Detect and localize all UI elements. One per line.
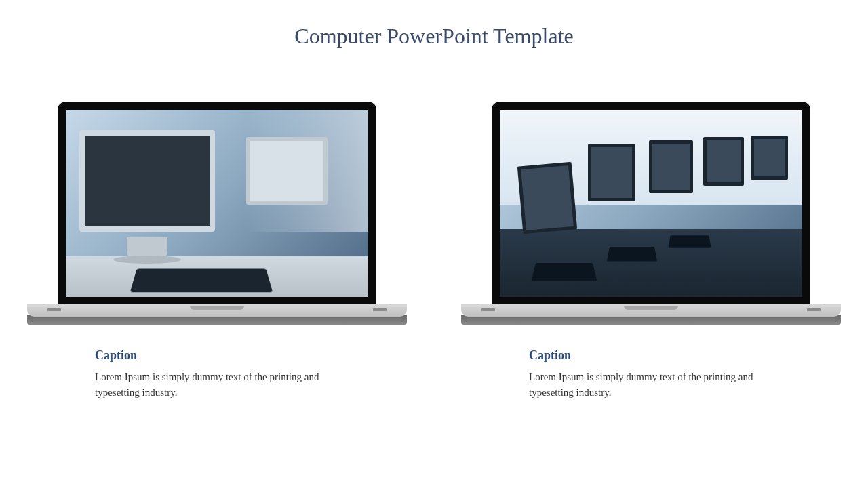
laptop-panel-right: Caption Lorem Ipsum is simply dummy text… <box>461 102 841 400</box>
port-icon <box>481 308 495 311</box>
laptop-shadow <box>27 315 407 325</box>
monitor-icon <box>517 162 577 235</box>
laptop-bezel <box>492 102 810 305</box>
caption-title: Caption <box>95 348 339 363</box>
caption-text: Lorem Ipsum is simply dummy text of the … <box>529 369 773 400</box>
port-icon <box>807 308 821 311</box>
port-icon <box>47 308 61 311</box>
slide-title: Computer PowerPoint Template <box>0 24 868 49</box>
keyboard-icon <box>130 269 273 293</box>
caption-block: Caption Lorem Ipsum is simply dummy text… <box>529 348 773 400</box>
laptop-frame <box>492 102 810 305</box>
monitor-icon <box>79 130 215 232</box>
caption-block: Caption Lorem Ipsum is simply dummy text… <box>95 348 339 400</box>
keyboard-icon <box>607 247 657 262</box>
caption-title: Caption <box>529 348 773 363</box>
laptop-shadow <box>461 315 841 325</box>
monitor-icon <box>588 144 635 201</box>
laptop-frame <box>58 102 376 305</box>
monitor-icon <box>246 137 328 205</box>
laptop-base <box>27 304 407 317</box>
monitor-base-icon <box>113 256 181 264</box>
content-area: Caption Lorem Ipsum is simply dummy text… <box>0 102 868 400</box>
laptop-screen-image <box>66 110 368 297</box>
laptop-base <box>461 304 841 317</box>
caption-text: Lorem Ipsum is simply dummy text of the … <box>95 369 339 400</box>
port-icon <box>373 308 387 311</box>
keyboard-icon <box>531 263 597 281</box>
laptop-screen-image <box>500 110 802 297</box>
laptop-bezel <box>58 102 376 305</box>
monitor-icon <box>751 136 788 180</box>
monitor-icon <box>703 137 744 186</box>
laptop-panel-left: Caption Lorem Ipsum is simply dummy text… <box>27 102 407 400</box>
monitor-stand-icon <box>127 237 167 258</box>
keyboard-icon <box>668 235 711 247</box>
monitor-icon <box>649 140 693 193</box>
